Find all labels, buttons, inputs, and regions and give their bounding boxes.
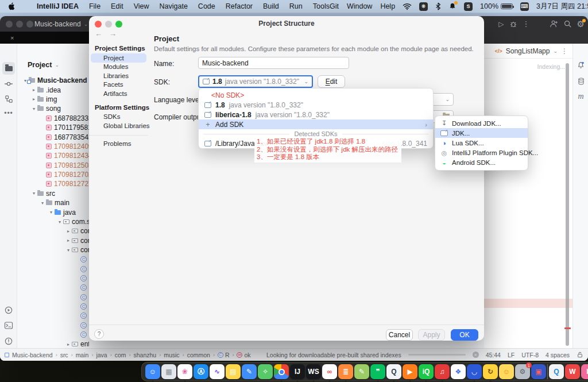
dock-icon-dock-separator[interactable] <box>547 364 548 379</box>
breadcrumb-class[interactable]: C R› <box>218 352 237 358</box>
battery-indicator[interactable]: 100% <box>480 2 513 10</box>
settings-gear-icon[interactable]: ⚙ <box>577 20 585 28</box>
dropdown-item-add-sdk[interactable]: + Add SDK › <box>199 119 433 129</box>
dock-icon-yellow-chick-app[interactable]: ☺ <box>499 364 514 379</box>
bluetooth-icon[interactable] <box>435 2 441 10</box>
cancel-progress-icon[interactable]: × <box>473 352 479 358</box>
menubar-item[interactable]: Navigate <box>160 2 188 10</box>
wifi-icon[interactable] <box>403 3 412 10</box>
apple-menu[interactable] <box>8 2 16 11</box>
tree-chevron[interactable]: ▸ <box>65 229 72 234</box>
tree-item[interactable]: 17098124097 <box>17 142 89 151</box>
tree-item[interactable]: 17098125038 <box>17 161 89 170</box>
menubar-item[interactable]: Run <box>289 2 303 10</box>
zoom-button[interactable] <box>26 21 33 28</box>
tree-chevron[interactable]: ▸ <box>30 97 37 102</box>
search-icon[interactable] <box>563 20 572 28</box>
more-icon[interactable]: ⋮ <box>523 20 530 28</box>
tree-item[interactable]: 16877835416 <box>17 132 89 141</box>
dock-icon-intellij-idea[interactable]: IJ <box>290 364 305 379</box>
minimize-button[interactable] <box>16 21 23 28</box>
caret-position[interactable]: 45:44 <box>486 352 501 358</box>
menubar-item[interactable]: IntelliJ IDEA <box>37 2 79 10</box>
sidebar-item-problems[interactable]: Problems <box>91 140 146 149</box>
submenu-item[interactable]: ◒ Android SDK... <box>435 158 528 168</box>
sidebar-item[interactable]: Global Libraries <box>91 121 146 130</box>
tree-chevron[interactable]: ▾ <box>56 219 63 225</box>
dock-icon-tencent-video[interactable]: ▶ <box>403 364 417 379</box>
tree-item[interactable]: 17098127028 <box>17 170 89 179</box>
indent-setting[interactable]: 4 spaces <box>546 352 570 358</box>
tree-item[interactable]: ▾ java <box>17 207 89 217</box>
tree-chevron[interactable]: ▸ <box>65 342 72 347</box>
dock-icon-green-pencil-app[interactable]: ✎ <box>354 364 369 379</box>
menubar-item[interactable]: Code <box>198 2 215 10</box>
menubar-item[interactable]: Build <box>263 2 279 10</box>
tree-item[interactable]: ▾ contr <box>17 245 89 254</box>
tree-item[interactable]: ▸ entity <box>17 339 89 348</box>
dropdown-item-sdk[interactable]: liberica-1.8 java version "1.8.0_332" <box>199 110 433 119</box>
structure-tool-icon[interactable] <box>0 95 17 103</box>
sidebar-item[interactable]: Project <box>91 53 146 63</box>
breadcrumb-item[interactable]: java› <box>96 352 114 358</box>
problems-tool-icon[interactable] <box>0 337 17 346</box>
notification-bell-icon[interactable] <box>448 2 457 10</box>
tree-item[interactable]: ▾ src <box>17 189 89 198</box>
tree-item[interactable]: Si <box>17 311 89 321</box>
tree-item[interactable]: Co <box>17 283 89 292</box>
tree-chevron[interactable]: ▸ <box>30 87 37 92</box>
dock-icon-blue-red-app[interactable]: ▣ <box>531 364 546 379</box>
add-user-icon[interactable] <box>550 20 558 28</box>
menubar-item[interactable]: View <box>134 2 149 10</box>
dropdown-item-no-sdk[interactable]: <No SDK> <box>199 90 433 100</box>
dock-icon-design-app[interactable]: ∿ <box>210 364 225 379</box>
tree-chevron[interactable]: ▾ <box>30 106 37 111</box>
menubar-item[interactable]: File <box>89 2 100 10</box>
menubar-item[interactable]: Tools <box>313 2 330 10</box>
tree-item[interactable]: ▸ img <box>17 95 89 104</box>
close-icon[interactable]: × <box>10 34 14 41</box>
tree-chevron[interactable]: ▾ <box>65 248 72 253</box>
dock-icon-quicktime[interactable]: Q <box>549 364 564 379</box>
close-button[interactable] <box>6 21 13 28</box>
tree-item[interactable]: ▾ song <box>17 104 89 113</box>
dock-icon-iqiyi[interactable]: iQ <box>419 364 434 379</box>
dock-icon-bilibili[interactable]: b <box>581 364 588 379</box>
sidebar-item[interactable]: SDKs <box>91 113 146 122</box>
commit-tool-icon[interactable] <box>0 79 17 88</box>
dock-icon-qq[interactable]: Q <box>386 364 401 379</box>
tree-item[interactable]: 17098124347 <box>17 151 89 160</box>
dock-icon-orange-card-app[interactable]: ≣ <box>338 364 353 379</box>
dock-icon-photos[interactable]: ❀ <box>177 364 192 379</box>
submenu-item[interactable]: ↧ Download JDK... <box>435 118 528 128</box>
project-tool-icon[interactable] <box>0 62 17 75</box>
dock-icon-pen-app[interactable]: ✎ <box>242 364 257 379</box>
tree-item[interactable]: 17098127275 <box>17 179 89 188</box>
terminal-tool-icon[interactable] <box>0 321 17 330</box>
tree-item[interactable]: Sc <box>17 321 89 330</box>
project-panel-header[interactable]: Project ⌄ <box>28 61 59 69</box>
lock-icon[interactable] <box>577 351 583 358</box>
tree-item[interactable]: Ra <box>17 302 89 311</box>
dock-icon-settings-app[interactable]: ⚙ 1 <box>515 364 530 379</box>
dropdown-item-sdk[interactable]: 1.8 java version "1.8.0_332" <box>199 100 433 110</box>
tree-item[interactable]: ▸ comm <box>17 226 89 236</box>
sidebar-item[interactable]: Modules <box>91 63 146 72</box>
menubar-item[interactable]: Git <box>330 2 339 10</box>
breadcrumb-item[interactable]: music› <box>164 352 187 358</box>
tree-item[interactable]: ▸ confi <box>17 236 89 245</box>
submenu-item[interactable]: ◑ Lua SDK... <box>435 138 528 148</box>
breadcrumb-item[interactable]: shanzhu› <box>134 352 164 358</box>
dock-icon-yellow-sync-app[interactable]: ↻ <box>483 364 498 379</box>
dock-icon-chrome[interactable]: ● <box>274 364 289 379</box>
maven-tool-icon[interactable]: m <box>573 92 588 101</box>
dock-icon-netease-music[interactable]: ♫ <box>435 364 450 379</box>
submenu-item[interactable]: JDK... <box>435 128 528 138</box>
sidebar-item[interactable]: Artifacts <box>91 89 146 98</box>
dock-icon-webstorm[interactable]: WS <box>306 364 321 379</box>
apply-button[interactable]: Apply <box>418 329 445 341</box>
tree-item[interactable]: Ac <box>17 254 89 264</box>
menubar-clock[interactable]: 3月7日 周四 21:55:33 <box>536 2 588 11</box>
screen-mirroring-icon[interactable]: ❋ <box>419 2 428 11</box>
dock-icon-blue-app[interactable]: ◡ <box>467 364 482 379</box>
